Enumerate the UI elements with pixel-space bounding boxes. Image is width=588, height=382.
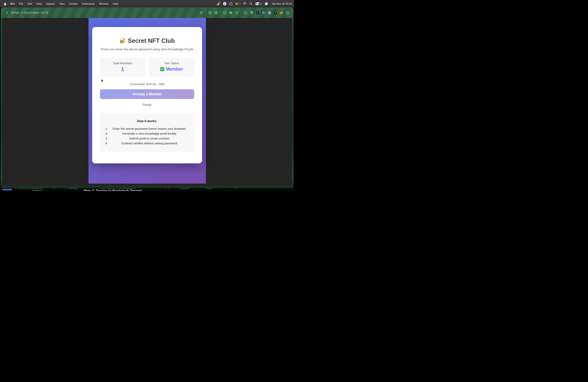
locked-with-key-icon — [119, 38, 126, 44]
step-number: 2. — [100, 132, 110, 135]
your-status-value: Member — [166, 66, 183, 72]
background-pane-label: Symbiosis — [32, 189, 42, 191]
step-number: 1. — [100, 127, 110, 130]
ghostery-icon[interactable] — [268, 11, 271, 14]
terminal-icon[interactable] — [223, 11, 227, 14]
step-number: 3. — [100, 137, 110, 140]
browser-header: i http://localhost:5173 — [1, 7, 294, 18]
siri-icon[interactable] — [265, 2, 268, 5]
extensions-puzzle-icon[interactable] — [244, 11, 247, 14]
wifi-icon[interactable] — [243, 2, 246, 5]
loom-icon[interactable]: L — [256, 11, 259, 14]
menu-item-file[interactable]: File — [17, 2, 25, 5]
page-title-text: Secret NFT Club — [128, 37, 175, 44]
spotlight-search-icon[interactable] — [249, 2, 252, 5]
arc-browser-window: i http://localhost:5173 — [1, 7, 294, 188]
screen: Arc File Edit View Spaces Tabs Archive E… — [0, 0, 294, 191]
target-icon[interactable] — [235, 11, 239, 14]
menu-item-extensions[interactable]: Extensions — [80, 2, 97, 5]
how-step-1: 1. Enter the secret password (never leav… — [100, 127, 194, 130]
macos-menu-bar: Arc File Edit View Spaces Tabs Archive E… — [0, 0, 294, 7]
toolbar-fragment: Prettier — [206, 188, 212, 189]
camera-icon[interactable] — [214, 11, 218, 14]
already-member-button[interactable]: Already a Member — [100, 89, 194, 99]
mouse-cursor — [101, 79, 104, 83]
apple-logo-icon[interactable] — [3, 2, 6, 5]
browser-toolbar: L ✕ — [200, 11, 289, 15]
status-text: Ready — [92, 103, 202, 106]
total-members-label: Total Members — [100, 57, 145, 65]
stats-row: Total Members 1 Your Status Member — [100, 57, 194, 77]
toolbar-fragment: ∨ — [168, 188, 170, 189]
toolbar-fragment: ↻ — [165, 188, 167, 189]
bluebird-icon[interactable] — [262, 11, 265, 14]
activity-stats-icon[interactable] — [217, 2, 220, 5]
menu-item-window[interactable]: Window — [97, 2, 111, 5]
toolbar-fragment: 6 — [15, 188, 16, 189]
control-center-icon[interactable] — [255, 2, 262, 5]
metamask-fox-icon[interactable] — [280, 11, 283, 14]
url-bar[interactable]: http://localhost:5173 — [11, 11, 48, 14]
notification-dot — [260, 3, 262, 5]
green-check-icon — [160, 67, 164, 71]
menu-item-arc[interactable]: Arc — [8, 2, 17, 5]
toolbar-fragment: ↻ — [53, 188, 54, 189]
how-it-works-title: How it works: — [100, 113, 194, 123]
toolbar-divider — [220, 11, 221, 15]
menu-item-spaces[interactable]: Spaces — [44, 2, 57, 5]
step-text: Enter the secret password (never leaves … — [110, 127, 194, 130]
split-view-icon[interactable] — [286, 11, 289, 14]
menu-item-edit[interactable]: Edit — [25, 2, 34, 5]
page-subtitle: Prove you know the secret password using… — [92, 48, 202, 51]
background-doc-heading: Step 7: Deploy to Rootstock Testnet — [84, 189, 142, 191]
menu-item-view[interactable]: View — [34, 2, 44, 5]
background-editor-window[interactable]: 6 zk proofs on rootstock with noir ↻ □ ≡… — [0, 188, 294, 191]
site-info-icon[interactable]: i — [6, 11, 8, 14]
your-status-label: Your Status — [149, 57, 194, 65]
background-toolbar-row: 6 zk proofs on rootstock with noir ↻ □ ≡… — [0, 188, 294, 190]
page-viewport: Secret NFT Club Prove you know the secre… — [2, 18, 292, 186]
pane-divider — [20, 189, 20, 191]
image-icon[interactable] — [208, 11, 212, 14]
menu-item-tabs[interactable]: Tabs — [57, 2, 67, 5]
link-icon[interactable] — [200, 11, 203, 14]
toolbar-divider — [241, 11, 241, 15]
step-text: Submit proof to smart contract — [110, 137, 194, 140]
step-number: 4. — [100, 141, 110, 145]
how-step-2: 2. Generate a zero-knowledge proof local… — [100, 132, 194, 135]
toolbar-fragment: ∨ — [235, 188, 237, 189]
page-title: Secret NFT Club — [92, 27, 202, 44]
gradient-background: Secret NFT Club Prove you know the secre… — [88, 18, 206, 184]
adguard-shield-icon[interactable] — [250, 11, 253, 14]
globe-icon[interactable] — [229, 11, 232, 14]
your-status-box: Your Status Member — [149, 57, 194, 77]
connected-address: Connected: 0x37cb...7bf9 — [92, 83, 202, 86]
grammarly-icon[interactable]: G — [223, 2, 226, 5]
how-it-works-box: How it works: 1. Enter the secret passwo… — [100, 113, 194, 152]
toolbar-fragment: Launchpad — [68, 188, 77, 189]
how-step-3: 3. Submit proof to smart contract — [100, 137, 194, 140]
toolbar-divider — [206, 11, 206, 15]
step-text: Generate a zero-knowledge proof locally — [110, 132, 194, 135]
how-step-4: 4. Contract verifies without seeing pass… — [100, 141, 194, 145]
toolbar-fragment: Markdown — [181, 188, 189, 189]
media-play-icon[interactable] — [229, 2, 232, 5]
battery-icon[interactable] — [235, 3, 240, 5]
total-members-box: Total Members 1 — [100, 57, 145, 77]
x-app-icon[interactable]: ✕ — [274, 11, 277, 14]
secret-nft-club-card: Secret NFT Club Prove you know the secre… — [92, 27, 202, 163]
step-text: Contract verifies without seeing passwor… — [110, 141, 194, 145]
menu-item-help[interactable]: Help — [111, 2, 120, 5]
menu-bar-clock[interactable]: Sat Nov 29 20:52 — [272, 2, 292, 5]
toolbar-fragment: ≡ — [66, 188, 67, 189]
menu-item-archive[interactable]: Archive — [67, 2, 80, 5]
total-members-value: 1 — [100, 66, 145, 72]
toolbar-fragment: □ — [63, 188, 64, 189]
